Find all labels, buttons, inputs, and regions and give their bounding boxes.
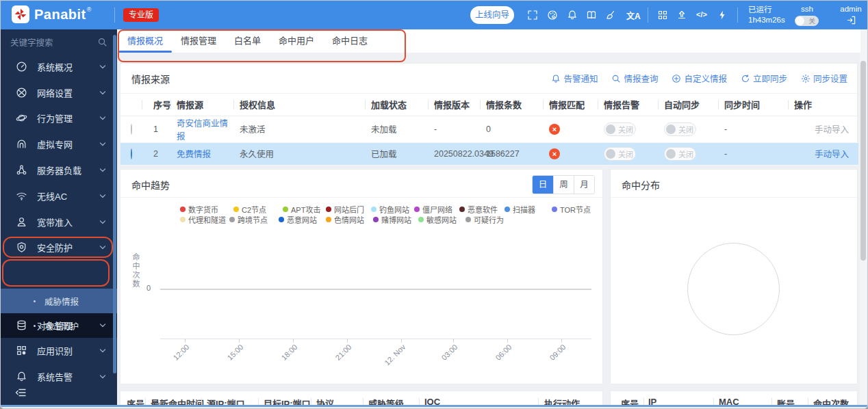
ssh-toggle[interactable]: 关 <box>795 16 819 26</box>
refresh-icon <box>741 74 750 83</box>
row-radio-on[interactable] <box>131 148 132 159</box>
sidebar-item-system-overview[interactable]: 系统概况 <box>1 53 117 79</box>
x-axis-tick-label: 06:00 <box>481 343 513 375</box>
topbar-divider <box>737 8 738 23</box>
sidebar-item-behavior-management[interactable]: 行为管理 <box>1 105 117 131</box>
fullscreen-icon[interactable] <box>526 9 539 21</box>
sidebar-scrollbar-thumb[interactable] <box>113 35 116 373</box>
sidebar-item-network-settings[interactable]: 网络设置 <box>1 79 117 105</box>
row-radio-off[interactable] <box>131 124 132 135</box>
modules-grid-icon[interactable] <box>656 9 669 21</box>
x-axis-tick-label: 15:00 <box>213 343 245 375</box>
server-load-icon <box>16 164 27 176</box>
legend-item[interactable]: 僵尸网络 <box>414 204 452 215</box>
sidebar-subitem-threat-intelligence[interactable]: 威胁情报 <box>1 289 117 313</box>
logout-icon[interactable] <box>846 15 856 27</box>
sidebar-search-input[interactable]: 关键字搜索 <box>1 29 117 54</box>
globe-icon <box>16 87 27 98</box>
legend-item[interactable]: 恶意软件 <box>459 204 498 215</box>
legend-item[interactable]: 恶意网站 <box>279 214 317 225</box>
legend-item[interactable]: 钓鱼网站 <box>371 204 409 215</box>
legend-item[interactable]: 敏感网站 <box>418 214 457 225</box>
legend-item[interactable]: 数字货币 <box>180 204 218 215</box>
wifi-icon <box>16 190 27 202</box>
period-week-button[interactable]: 周 <box>553 176 574 194</box>
alert-notify-link[interactable]: 告警通知 <box>551 72 598 85</box>
sidebar-item-system-alerts[interactable]: 系统告警 <box>1 363 117 389</box>
hit-distribution-panel: 命中分布 <box>610 169 858 384</box>
auto-sync-toggle[interactable]: 关闭 <box>664 147 696 161</box>
sidebar-item-server-load[interactable]: 服务器负载 <box>1 157 117 183</box>
sidebar-item-security-protection[interactable]: 安全防护 <box>1 234 117 260</box>
manual-import-action[interactable]: 手动导入 <box>815 150 849 159</box>
code-console-icon[interactable]: </> <box>696 10 707 18</box>
trend-zero-series-line <box>160 289 591 290</box>
uptime-block: 已运行 1h43m26s <box>748 5 785 25</box>
period-day-button[interactable]: 日 <box>533 176 553 194</box>
x-axis-tick-mark <box>561 339 562 343</box>
legend-dot <box>326 207 331 212</box>
alert-toggle[interactable]: 关闭 <box>604 147 636 161</box>
upgrade-icon[interactable] <box>676 9 688 21</box>
hit-user-panel-clipped: 序号 IP MAC 账号 命中次数 <box>610 391 858 406</box>
tab-hit-logs[interactable]: 命中日志 <box>323 29 376 53</box>
sidebar-item-object-management[interactable]: 对象管理 <box>1 312 117 338</box>
legend-item[interactable]: APT攻击 <box>283 204 320 215</box>
page-scrollbar-track <box>860 29 867 405</box>
legend-item[interactable]: 可疑行为 <box>465 214 504 225</box>
legend-dot <box>279 217 284 222</box>
legend-dot <box>180 207 186 212</box>
tab-intel-management[interactable]: 情报管理 <box>172 29 225 53</box>
manual-import-action[interactable]: 手动导入 <box>815 125 849 135</box>
sidebar-collapse-button[interactable] <box>14 387 27 401</box>
period-month-button[interactable]: 月 <box>574 176 594 194</box>
legend-item[interactable]: 代理和隧道 <box>180 214 226 225</box>
sidebar-item-wireless-ac[interactable]: 无线AC <box>1 183 117 209</box>
panel-title: 命中趋势 <box>131 178 170 192</box>
notification-bell-icon[interactable] <box>566 9 578 21</box>
legend-item[interactable]: TOR节点 <box>552 204 591 215</box>
sidebar-item-vpn[interactable]: 虚拟专网 <box>1 131 117 157</box>
sidebar: 关键字搜索 系统概况 网络设置 行为管理 虚拟专网 服务器负载 <box>1 29 117 405</box>
sidebar-item-broadband-access[interactable]: 宽带准入 <box>1 209 117 235</box>
cell-count: 1586227 <box>481 142 544 165</box>
ssh-toggle-knob <box>795 16 804 25</box>
source-link[interactable]: 免费情报 <box>177 150 211 159</box>
legend-item[interactable]: 跨境节点 <box>229 214 268 225</box>
legend-label: 色情网站 <box>334 214 364 225</box>
sync-settings-link[interactable]: 同步设置 <box>801 72 847 85</box>
sync-now-link[interactable]: 立即同步 <box>741 72 787 85</box>
subitem-label: 威胁情报 <box>44 295 79 308</box>
docs-book-icon[interactable] <box>585 9 598 21</box>
panel-toolbar: 告警通知 情报查询 自定义情报 立即同步 同步设置 <box>551 72 847 85</box>
source-link[interactable]: 奇安信商业情报 <box>177 119 228 142</box>
cleanup-broom-icon[interactable] <box>604 9 617 21</box>
toggle-label: 关闭 <box>618 148 633 159</box>
lightning-bolt-icon[interactable] <box>716 9 728 21</box>
legend-item[interactable]: 赌博网站 <box>373 214 411 225</box>
x-axis-tick-mark <box>453 339 454 343</box>
chevron-down-icon <box>99 320 106 330</box>
brand-logo[interactable]: Panabit ® <box>12 5 91 24</box>
auto-sync-toggle[interactable]: 关闭 <box>664 122 696 136</box>
alert-toggle[interactable]: 关闭 <box>604 122 636 136</box>
tab-hit-users[interactable]: 命中用户 <box>270 29 323 53</box>
legend-item[interactable]: 色情网站 <box>326 214 364 225</box>
cell-count: 0 <box>481 116 544 142</box>
legend-item[interactable]: 网站后门 <box>326 204 364 215</box>
page-scrollbar-thumb[interactable] <box>860 61 866 261</box>
tab-intel-overview[interactable]: 情报概况 <box>118 29 172 53</box>
cell-license: 永久使用 <box>234 142 366 165</box>
legend-item[interactable]: C2节点 <box>233 204 266 215</box>
translate-icon[interactable]: 文A <box>626 10 641 21</box>
legend-item[interactable]: 扫描器 <box>505 204 535 215</box>
onboarding-wizard-button[interactable]: 上线向导 <box>470 6 514 24</box>
sidebar-item-app-identification[interactable]: 应用识别 <box>1 337 117 363</box>
ssh-label: ssh <box>795 5 819 13</box>
custom-intel-link[interactable]: 自定义情报 <box>672 72 727 85</box>
legend-dot <box>465 217 471 222</box>
theme-palette-icon[interactable] <box>546 9 559 21</box>
tab-whitelist[interactable]: 白名单 <box>225 29 270 53</box>
intel-query-link[interactable]: 情报查询 <box>611 72 658 85</box>
sidebar-item-label: 行为管理 <box>37 111 99 124</box>
